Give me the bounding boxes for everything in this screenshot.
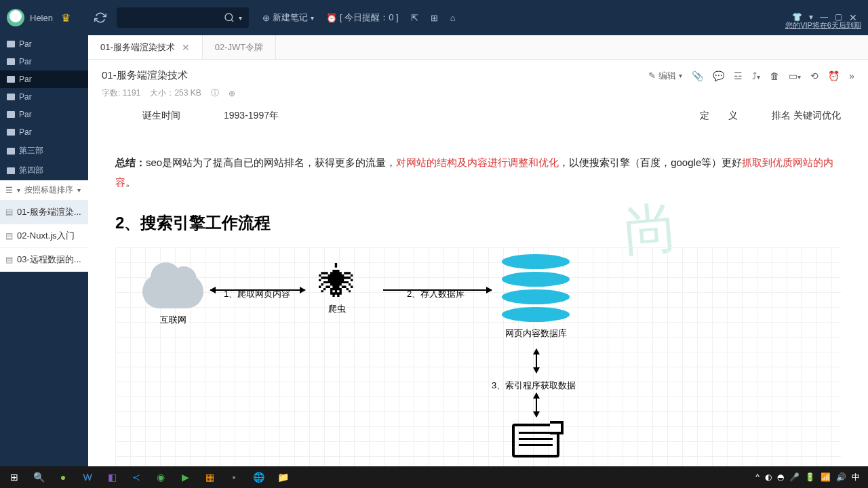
close-icon[interactable]: ✕	[182, 42, 190, 53]
summary: 总结：seo是网站为了提高自已的网站排名，获得更多的流量，对网站的结构及内容进行…	[115, 153, 841, 192]
tray-icon[interactable]: ^	[755, 472, 760, 482]
sidebar: Par Par Par Par Par Par 第三部 第四部 ☰ ▾ 按照标题…	[0, 35, 88, 466]
trash-icon[interactable]: 🗑	[770, 70, 779, 81]
word-count: 字数: 1191	[102, 87, 140, 99]
doc-title: 01-服务端渲染技术	[102, 69, 648, 82]
folder-icon	[7, 148, 15, 155]
reminder-button[interactable]: ⏰ [ 今日提醒：0 ]	[326, 12, 399, 24]
menu-icon: ☰	[5, 186, 13, 195]
arrow-3-label: 3、索引程序获取数据	[492, 380, 576, 392]
app-icon[interactable]: ≺	[125, 468, 148, 487]
search-button[interactable]: 🔍	[27, 468, 50, 487]
doc-meta: 字数: 1191 大小：253 KB ⓘ ⊕	[88, 87, 868, 106]
folder-icon	[7, 129, 15, 136]
app-icon[interactable]: ▪	[222, 468, 245, 487]
def-label: 定 义	[700, 110, 738, 122]
server-node	[512, 424, 559, 458]
vip-notice[interactable]: 您的VIP将在6天后到期	[785, 20, 861, 30]
tab-active[interactable]: 01-服务端渲染技术 ✕	[88, 35, 203, 59]
folder-icon	[7, 111, 15, 118]
chevron-down-icon: ▾	[679, 72, 682, 79]
folder-icon	[7, 94, 15, 100]
internet-node: 互联网	[142, 274, 203, 326]
spider-node: 🕷 爬虫	[319, 261, 355, 315]
list-icon[interactable]: ☲	[734, 70, 743, 81]
folder-item[interactable]: Par	[0, 123, 88, 141]
db-node: 网页内容数据库	[502, 254, 570, 340]
note-item[interactable]: ▤02-Nuxt.js入门	[0, 224, 88, 248]
spider-icon: 🕷	[319, 261, 355, 303]
tray-icon[interactable]: 🎤	[789, 472, 800, 482]
arrow-3-bottom	[536, 393, 537, 417]
info-icon[interactable]: ⓘ	[211, 87, 219, 99]
search-icon	[224, 12, 235, 23]
avatar[interactable]	[7, 9, 24, 26]
link-icon[interactable]: ⟲	[810, 70, 818, 81]
cloud-icon	[142, 274, 203, 308]
app-icon[interactable]: 📁	[271, 468, 294, 487]
app-icon[interactable]: ◉	[149, 468, 172, 487]
tab[interactable]: 02-JWT令牌	[203, 35, 277, 59]
vip-crown-icon[interactable]: ♛	[61, 12, 71, 24]
home-icon[interactable]: ⌂	[450, 13, 456, 23]
apps-icon[interactable]: ⊞	[431, 13, 438, 23]
search-input[interactable]: ▾	[117, 7, 249, 28]
folder-icon	[7, 41, 15, 47]
start-button[interactable]: ⊞	[3, 468, 26, 487]
folder-item[interactable]: Par	[0, 53, 88, 70]
arrow-3-top	[536, 349, 537, 373]
arrow-2-label: 2、存入数据库	[407, 288, 465, 300]
arrow-1-label: 1、爬取网页内容	[224, 288, 290, 300]
app-icon[interactable]: 🌐	[247, 468, 270, 487]
refresh-icon[interactable]	[94, 12, 106, 24]
app-icon[interactable]: ●	[52, 468, 75, 487]
add-icon[interactable]: ⊕	[229, 89, 235, 98]
more-icon[interactable]: »	[849, 70, 854, 81]
external-icon[interactable]: ⇱	[411, 13, 418, 23]
folder-icon	[7, 58, 15, 65]
svg-point-0	[225, 14, 233, 21]
new-note-button[interactable]: ⊕ 新建笔记 ▾	[262, 12, 314, 24]
app-icon[interactable]: ◧	[100, 468, 123, 487]
birth-value: 1993-1997年	[224, 110, 700, 122]
server-icon	[512, 424, 559, 458]
alarm-icon[interactable]: ⏰	[828, 70, 840, 81]
share-icon[interactable]: ⤴▾	[752, 70, 760, 81]
doc-body: 诞生时间 1993-1997年 定 义 排名 关键词优化 尚 总结：seo是网站…	[88, 106, 868, 466]
app-icon[interactable]: ▦	[198, 468, 221, 487]
note-item[interactable]: ▤03-远程数据的...	[0, 248, 88, 272]
doc-icon: ▤	[5, 231, 13, 241]
tabs: 01-服务端渲染技术 ✕ 02-JWT令牌	[88, 35, 868, 60]
comment-icon[interactable]: 💬	[713, 70, 724, 81]
taskbar: ⊞ 🔍 ● W ◧ ≺ ◉ ▶ ▦ ▪ 🌐 📁 ^ ◐ ◓ 🎤 🔋 📶 🔊 中	[0, 466, 868, 488]
chevron-down-icon: ▾	[239, 14, 242, 22]
tray-icon[interactable]: ◐	[765, 472, 772, 482]
system-tray: ^ ◐ ◓ 🎤 🔋 📶 🔊 中	[755, 472, 865, 483]
folder-item[interactable]: Par	[0, 88, 88, 106]
folder-item[interactable]: Par	[0, 35, 88, 53]
content-area: 01-服务端渲染技术 ✕ 02-JWT令牌 01-服务端渲染技术 ✎编辑▾ 📎 …	[88, 35, 868, 466]
folder-item[interactable]: Par	[0, 70, 88, 88]
edit-button[interactable]: ✎编辑▾	[648, 70, 682, 82]
diagram: 互联网 1、爬取网页内容 🕷 爬虫 2、存入数据库	[115, 247, 841, 466]
clock-icon: ⏰	[326, 13, 337, 23]
sort-bar[interactable]: ☰ ▾ 按照标题排序 ▾	[0, 180, 88, 201]
tray-icon[interactable]: 🔊	[836, 472, 846, 482]
app-icon[interactable]: ▶	[174, 468, 197, 487]
tray-icon[interactable]: ◓	[777, 472, 784, 482]
username: Helen	[30, 13, 53, 23]
chevron-down-icon: ▾	[17, 186, 20, 194]
attachment-icon[interactable]: 📎	[692, 70, 703, 81]
tray-icon[interactable]: 🔋	[805, 472, 815, 482]
folder-icon	[7, 76, 15, 83]
ime-indicator[interactable]: 中	[852, 472, 860, 483]
section-item[interactable]: 第三部	[0, 141, 88, 161]
doc-tools: ✎编辑▾ 📎 💬 ☲ ⤴▾ 🗑 ▭▾ ⟲ ⏰ »	[648, 70, 854, 82]
doc-icon: ▤	[5, 255, 13, 264]
book-icon[interactable]: ▭▾	[789, 70, 801, 81]
note-item[interactable]: ▤01-服务端渲染...	[0, 201, 88, 224]
app-icon[interactable]: W	[76, 468, 99, 487]
folder-item[interactable]: Par	[0, 106, 88, 123]
section-item[interactable]: 第四部	[0, 161, 88, 180]
tray-icon[interactable]: 📶	[821, 472, 831, 482]
